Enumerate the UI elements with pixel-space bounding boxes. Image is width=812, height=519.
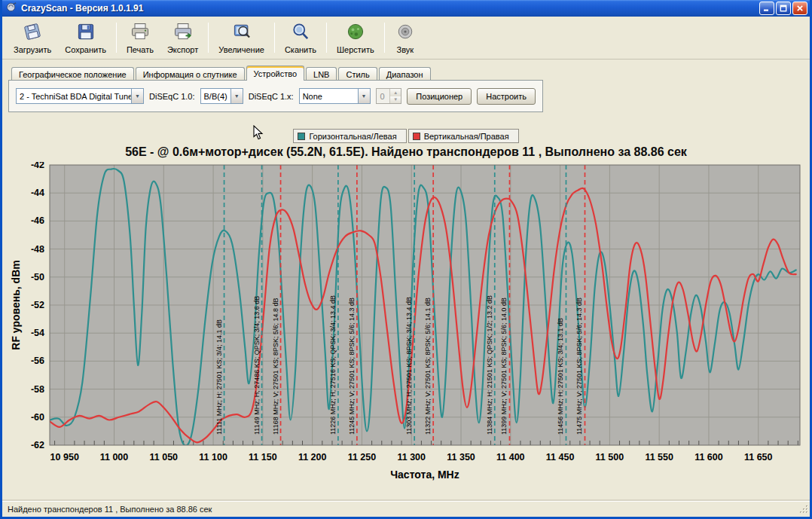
x-tick-label: 11 500	[596, 452, 624, 463]
export-icon	[172, 21, 194, 44]
save-icon	[75, 21, 96, 44]
x-tick-label: 11 450	[546, 452, 575, 463]
toolbar: Загрузить Сохранить Печать Экспорт Увели…	[2, 17, 810, 60]
y-tick-label: -54	[31, 328, 44, 338]
x-tick-label: 11 000	[100, 452, 129, 463]
y-tick-label: -60	[31, 412, 44, 423]
print-icon	[130, 21, 151, 44]
spin-up-icon: ▲	[390, 89, 401, 96]
y-tick-label: -42	[31, 162, 44, 170]
diseqc10-select[interactable]: B/B(4) ▼	[200, 88, 243, 104]
y-tick-label: -46	[31, 215, 44, 226]
transponder-label: 11475 MHz; V; 27501 KS; 8PSK; 5/6; 14.3 …	[575, 298, 583, 435]
x-tick-label: 11 250	[348, 452, 377, 463]
minimize-button[interactable]	[759, 2, 774, 15]
title-bar: CrazyScan - Версия 1.0.1.91	[2, 0, 810, 17]
transponder-label: 11303 MHz; H; 27501 KS; 8PSK; 3/4; 13.4 …	[405, 297, 413, 435]
horizontal-swatch	[298, 133, 305, 140]
open-icon	[22, 21, 43, 44]
tab-lnb[interactable]: LNB	[306, 67, 337, 81]
scan-button[interactable]: Сканить	[278, 19, 323, 56]
scan-icon	[290, 21, 311, 44]
sound-icon	[395, 21, 416, 44]
x-tick-label: 11 650	[744, 452, 773, 463]
x-tick-label: 11 200	[298, 452, 327, 463]
transponder-label: 11322 MHz; V; 27501 KS; 8PSK; 5/6; 14.1 …	[424, 298, 432, 435]
y-tick-label: -62	[31, 440, 44, 450]
app-window: CrazyScan - Версия 1.0.1.91 Загрузить Со…	[0, 0, 812, 519]
y-tick-label: -52	[31, 300, 44, 310]
device-panel: 2 - TechniSat BDA Digital Tuner ▼ DiSEqC…	[8, 80, 543, 112]
print-button[interactable]: Печать	[120, 19, 160, 56]
y-tick-label: -56	[31, 356, 44, 366]
toolbar-separator	[116, 23, 117, 53]
tuner-select[interactable]: 2 - TechniSat BDA Digital Tuner ▼	[16, 88, 144, 104]
chevron-down-icon[interactable]: ▼	[358, 89, 370, 103]
toolbar-separator	[326, 23, 327, 53]
tab-device[interactable]: Устройство	[246, 66, 305, 81]
chart-legend: Горизонтальная/Левая Вертикальная/Правая	[8, 129, 804, 143]
tab-satellite-info[interactable]: Информация о спутнике	[136, 67, 245, 81]
export-button[interactable]: Экспорт	[160, 19, 205, 56]
chart-area: Горизонтальная/Левая Вертикальная/Правая…	[2, 129, 810, 499]
crawl-icon	[345, 21, 366, 44]
x-axis-title: Частота, MHz	[390, 469, 459, 481]
tab-style[interactable]: Стиль	[338, 67, 377, 81]
y-tick-label: -58	[31, 384, 44, 395]
transponder-label: 11111 MHz; H; 27501 KS; 3/4; 14.1 dB	[215, 319, 223, 435]
x-tick-label: 11 050	[150, 452, 179, 463]
x-tick-label: 10 950	[50, 452, 79, 463]
save-button[interactable]: Сохранить	[58, 19, 113, 56]
settings-tab-control: Географическое положение Информация о сп…	[8, 64, 543, 112]
chevron-down-icon[interactable]: ▼	[131, 89, 143, 103]
y-tick-label: -48	[31, 244, 44, 255]
y-tick-label: -50	[31, 272, 44, 282]
window-title: CrazyScan - Версия 1.0.1.91	[21, 3, 758, 14]
transponder-label: 11456 MHz; H; 27501 KS; 3/4; 13.1 dB	[557, 318, 564, 435]
tab-range[interactable]: Диапазон	[379, 67, 431, 81]
chart-title: 56E - @ 0.6м+мотор+дисек (55.2N, 61.5E).…	[8, 145, 804, 162]
sound-button[interactable]: Звук	[388, 19, 423, 56]
tab-geographic-position[interactable]: Географическое положение	[11, 67, 134, 81]
zoom-button[interactable]: Увеличение	[212, 19, 271, 56]
toolbar-separator	[208, 23, 209, 53]
legend-item-horizontal: Горизонтальная/Левая	[293, 129, 406, 143]
x-tick-label: 11 100	[199, 452, 227, 463]
app-icon	[6, 2, 17, 16]
crawl-button[interactable]: Шерстить	[330, 19, 381, 56]
diseqc1x-label: DiSEqC 1.x:	[249, 92, 294, 101]
diseqc1x-select[interactable]: None ▼	[299, 88, 371, 104]
transponder-label: 11384 MHz; H; 21501 KS; QPSK; 1/2; 13.2 …	[486, 295, 493, 435]
toolbar-separator	[384, 23, 385, 53]
transponder-label: 11245 MHz; V; 27501 KS; 8PSK; 5/6; 14.3 …	[348, 298, 356, 435]
chevron-down-icon[interactable]: ▼	[230, 89, 243, 103]
transponder-label: 11149 MHz; H; 27486 KS; QPSK; 3/4; 13.6 …	[253, 296, 261, 435]
y-axis-title: RF уровень, dBm	[10, 260, 22, 350]
x-tick-label: 11 350	[447, 452, 475, 463]
zoom-icon	[231, 21, 252, 44]
y-tick-label: -44	[31, 188, 44, 198]
load-button[interactable]: Загрузить	[7, 19, 58, 56]
signal-chart[interactable]: -42-44-46-48-50-52-54-56-58-60-6210 9501…	[8, 162, 804, 499]
transponder-label: 11399 MHz; V; 27501 KS; 8PSK; 5/6; 14.0 …	[500, 298, 508, 435]
x-tick-label: 11 400	[496, 452, 525, 463]
x-tick-label: 11 550	[645, 452, 673, 463]
resize-grip[interactable]	[799, 505, 809, 516]
legend-item-vertical: Вертикальная/Правая	[408, 129, 519, 143]
maximize-button[interactable]	[776, 2, 791, 15]
configure-button[interactable]: Настроить	[477, 88, 536, 105]
x-tick-label: 11 600	[694, 452, 723, 463]
position-stepper[interactable]: 0 ▲▼	[376, 88, 402, 104]
status-text: Найдено транспондеров 11 , Выполнено за …	[8, 505, 212, 514]
positioner-button[interactable]: Позиционер	[407, 88, 472, 105]
spin-down-icon: ▼	[390, 96, 401, 104]
x-tick-label: 11 150	[249, 452, 277, 463]
transponder-label: 11226 MHz; H; 27516 KS; QPSK; 3/4; 13.4 …	[329, 295, 337, 435]
transponder-label: 11168 MHz; V; 27501 KS; 8PSK; 5/6; 14.8 …	[272, 298, 279, 435]
x-tick-label: 11 300	[397, 452, 426, 463]
tab-bar: Географическое положение Информация о сп…	[8, 64, 543, 80]
status-bar: Найдено транспондеров 11 , Выполнено за …	[2, 501, 810, 517]
toolbar-separator	[274, 23, 275, 53]
close-button[interactable]	[792, 2, 807, 15]
vertical-swatch	[413, 133, 420, 140]
